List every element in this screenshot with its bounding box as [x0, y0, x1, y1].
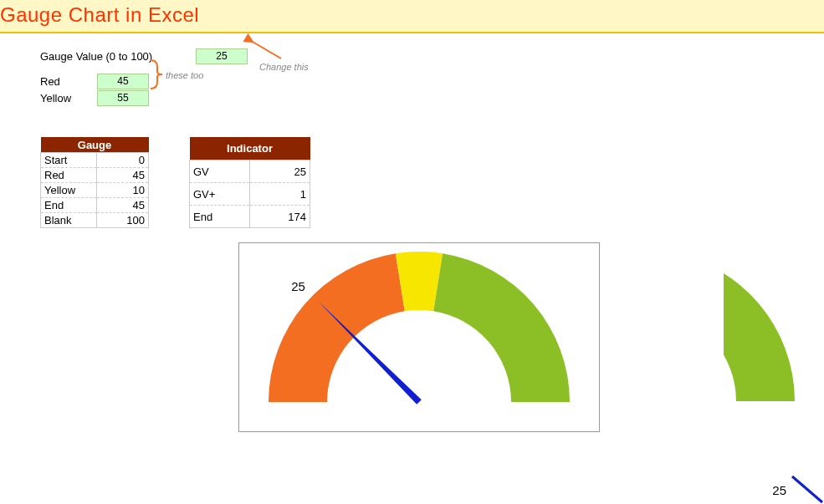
gauge-value-input[interactable]: 25 [196, 48, 248, 64]
table-gauge-header: Gauge [41, 137, 149, 153]
table-row: Red45 [41, 168, 149, 183]
gauge-chart-secondary-svg [724, 242, 824, 410]
content-area: Gauge Value (0 to 100) 25 Red 45 Yellow … [0, 33, 824, 228]
red-value-input[interactable]: 45 [97, 74, 149, 89]
note-change-this: Change this [259, 62, 309, 72]
table-row: Start0 [41, 153, 149, 168]
secondary-needle-label: 25 [772, 483, 786, 497]
yellow-label: Yellow [40, 92, 97, 104]
table-row: GV+1 [190, 183, 310, 206]
red-label: Red [40, 75, 97, 88]
data-tables: Gauge Start0 Red45 Yellow10 End45 Blank1… [40, 137, 824, 228]
yellow-value-input[interactable]: 55 [97, 90, 149, 106]
table-row: End174 [190, 206, 310, 228]
gauge-value-label: Gauge Value (0 to 100) [40, 50, 166, 63]
page-title: Gauge Chart in Excel [0, 3, 824, 27]
table-row: GV25 [190, 160, 310, 183]
table-indicator: Indicator GV25 GV+1 End174 [189, 137, 310, 228]
table-row: End45 [41, 198, 149, 213]
table-gauge: Gauge Start0 Red45 Yellow10 End45 Blank1… [40, 137, 149, 228]
svg-line-3 [792, 476, 822, 502]
table-indicator-header: Indicator [190, 137, 310, 160]
gauge-needle-label: 25 [291, 279, 305, 293]
gauge-chart-svg [239, 243, 599, 431]
gauge-chart: 25 [238, 242, 600, 432]
table-row: Yellow10 [41, 183, 149, 198]
note-these-too: these too [166, 70, 203, 80]
secondary-needle-fragment-icon [791, 475, 824, 504]
gauge-chart-secondary [724, 242, 824, 410]
page-header: Gauge Chart in Excel [0, 0, 824, 33]
table-row: Blank100 [41, 213, 149, 228]
